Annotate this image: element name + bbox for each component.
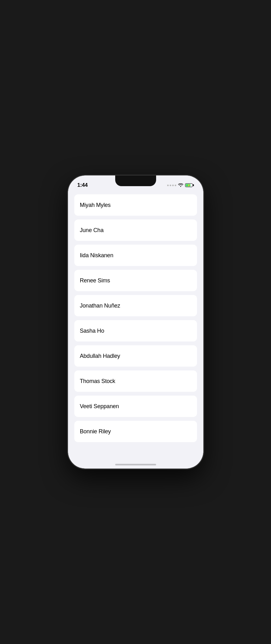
contact-name: Iida Niskanen (80, 252, 113, 259)
contacts-list-container: Miyah MylesJune ChaIida NiskanenRenee Si… (68, 191, 203, 469)
list-item[interactable]: Jonathan Nuñez (74, 295, 197, 316)
list-item[interactable]: Thomas Stock (74, 370, 197, 392)
list-item[interactable]: Miyah Myles (74, 194, 197, 216)
status-bar: 1:44 (68, 175, 203, 191)
signal-icon (167, 185, 176, 186)
contact-name: Sasha Ho (80, 328, 104, 334)
contact-name: Miyah Myles (80, 202, 111, 208)
contact-name: Thomas Stock (80, 378, 116, 385)
home-indicator (115, 464, 156, 465)
phone-screen: 1:44 (68, 175, 203, 469)
list-item[interactable]: Iida Niskanen (74, 245, 197, 266)
notch (115, 175, 156, 186)
status-icons: ⚡ (167, 183, 194, 188)
list-item[interactable]: June Cha (74, 219, 197, 241)
contact-name: June Cha (80, 227, 104, 234)
contact-name: Bonnie Riley (80, 428, 111, 435)
contact-name: Veeti Seppanen (80, 403, 119, 410)
contacts-list: Miyah MylesJune ChaIida NiskanenRenee Si… (74, 194, 197, 442)
list-item[interactable]: Abdullah Hadley (74, 345, 197, 367)
list-item[interactable]: Veeti Seppanen (74, 396, 197, 417)
phone-frame: 1:44 (68, 175, 203, 469)
contact-name: Jonathan Nuñez (80, 303, 120, 309)
contact-name: Abdullah Hadley (80, 353, 120, 359)
wifi-icon (178, 183, 183, 188)
list-item[interactable]: Bonnie Riley (74, 421, 197, 442)
list-item[interactable]: Sasha Ho (74, 320, 197, 341)
contact-name: Renee Sims (80, 277, 110, 284)
status-time: 1:44 (77, 182, 88, 188)
battery-icon: ⚡ (185, 183, 194, 187)
list-item[interactable]: Renee Sims (74, 270, 197, 291)
